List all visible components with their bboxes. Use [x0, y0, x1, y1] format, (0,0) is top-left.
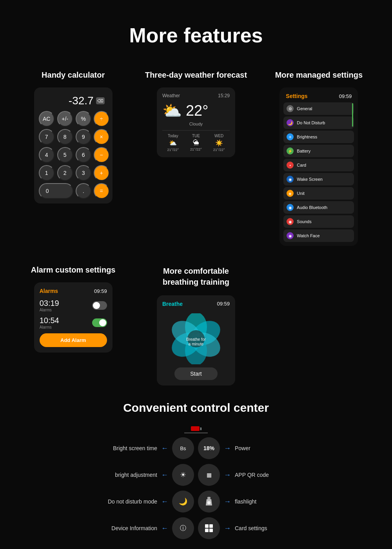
brightness-label: Brightness: [297, 135, 317, 139]
cc-label-device-info: Device Information: [87, 525, 157, 531]
cc-label-dnd: Do not disturb mode: [87, 498, 157, 505]
cc-btn-bs[interactable]: Bs: [172, 437, 194, 459]
settings-title: More managed settings: [275, 71, 363, 80]
dnd-label: Do Not Disturb: [297, 120, 325, 125]
calc-btn-7[interactable]: 7: [39, 129, 54, 145]
alarm-time-display-1: 03:19 Alarms: [40, 299, 59, 312]
calc-btn-plusminus[interactable]: +/-: [57, 111, 73, 127]
wake-label: Wake Screen: [297, 177, 323, 182]
calc-btn-8[interactable]: 8: [57, 129, 73, 145]
wake-icon: ◉: [287, 176, 294, 183]
settings-item-general[interactable]: ⚙ General: [283, 102, 354, 115]
calc-btn-9[interactable]: 9: [76, 129, 91, 145]
alarm-title: Alarm custom settings: [31, 265, 116, 274]
watchface-icon: ◉: [287, 232, 294, 239]
calculator-section: Handy calculator -32.7 ⌫ AC +/- % ÷ 7 8 …: [16, 71, 131, 246]
settings-item-card[interactable]: ▪ Card: [283, 159, 354, 171]
settings-item-watchface[interactable]: ◉ Watch Face: [283, 229, 354, 242]
weather-forecast: Today ⛅ 21°/22° TUE 🌦 21°/22° WED ☀️ 21°…: [162, 130, 230, 152]
calc-btn-equals[interactable]: =: [94, 183, 109, 199]
settings-item-bluetooth[interactable]: ◉ Audio Bluetooth: [283, 201, 354, 214]
calc-btn-6[interactable]: 6: [76, 147, 91, 163]
calc-btn-plus[interactable]: +: [94, 165, 109, 181]
cc-watch-top: [184, 426, 208, 433]
cc-arrow-left-2: ←: [161, 471, 168, 479]
calc-btn-2[interactable]: 2: [57, 165, 73, 181]
settings-header: Settings 09:59: [283, 91, 354, 102]
control-center-widget: Bright screen time ← Bs 18% → Power brig…: [16, 426, 376, 542]
calc-btn-1[interactable]: 1: [39, 165, 54, 181]
cc-btn-flashlight[interactable]: [198, 491, 220, 513]
alarm-toggle-1[interactable]: [92, 301, 107, 310]
add-alarm-button[interactable]: Add Alarm: [40, 333, 107, 347]
watchface-label: Watch Face: [297, 233, 319, 238]
weather-section: Three-day weather forecast Weather 15:29…: [138, 71, 253, 246]
calc-backspace-icon[interactable]: ⌫: [96, 97, 105, 104]
forecast-today: Today ⛅ 21°/22°: [162, 134, 184, 152]
bluetooth-label: Audio Bluetooth: [297, 205, 327, 210]
breathe-section: More comfortablebreathing training Breat…: [138, 265, 253, 385]
cc-btn-grid[interactable]: [198, 517, 220, 539]
cc-label-bright-adj: bright adjustment: [87, 472, 157, 478]
calculator-title: Handy calculator: [42, 71, 105, 80]
cc-arrow-right-2: →: [224, 471, 231, 479]
calc-btn-4[interactable]: 4: [39, 147, 54, 163]
cc-btn-moon[interactable]: 🌙: [172, 491, 194, 513]
weather-temp: 22°: [186, 102, 208, 119]
cc-battery-tip: [200, 427, 201, 430]
settings-item-dnd[interactable]: 🌙 Do Not Disturb: [283, 116, 354, 129]
settings-item-battery[interactable]: ⚡ Battery: [283, 145, 354, 157]
settings-item-brightness[interactable]: ✳ Brightness: [283, 131, 354, 143]
calc-btn-ac[interactable]: AC: [39, 111, 54, 127]
features-top-grid: Handy calculator -32.7 ⌫ AC +/- % ÷ 7 8 …: [0, 63, 392, 254]
calc-btn-divide[interactable]: ÷: [94, 111, 109, 127]
weather-icon: ⛅: [162, 102, 182, 120]
settings-item-sounds[interactable]: ◉ Sounds: [283, 215, 354, 228]
cc-label-flashlight: flashlight: [235, 498, 305, 505]
settings-scrollbar: [352, 103, 353, 127]
calc-btn-multiply[interactable]: ×: [94, 129, 109, 145]
cc-row-2: bright adjustment ← ☀ ▦ → APP QR code: [16, 464, 376, 486]
weather-time: 15:29: [218, 93, 230, 98]
calc-btn-percent[interactable]: %: [76, 111, 91, 127]
cc-arrow-left-1: ←: [161, 444, 168, 453]
forecast-tue-label: TUE: [192, 134, 200, 138]
brightness-icon: ✳: [287, 133, 294, 140]
cc-btn-brightness[interactable]: ☀: [172, 464, 194, 486]
cc-battery-display: [191, 426, 201, 431]
cc-arrow-left-3: ←: [161, 498, 168, 506]
bluetooth-icon: ◉: [287, 204, 294, 211]
alarm-label-2: Alarms: [40, 325, 59, 329]
sounds-icon: ◉: [287, 218, 294, 225]
unit-icon: ◈: [287, 190, 294, 197]
breathe-start-button[interactable]: Start: [174, 367, 218, 380]
forecast-tue-icon: 🌦: [193, 139, 199, 146]
cc-label-qr: APP QR code: [235, 472, 305, 478]
alarm-toggle-2[interactable]: [92, 318, 107, 327]
cc-arrow-right-4: →: [224, 524, 231, 533]
cc-btn-battery-pct[interactable]: 18%: [198, 437, 220, 459]
calc-buttons: AC +/- % ÷ 7 8 9 × 4 5 6 − 1 2 3 + 0 . =: [39, 111, 108, 199]
cc-row-4: Device Information ← ⓘ → Card settings: [16, 517, 376, 539]
settings-item-wake[interactable]: ◉ Wake Screen: [283, 173, 354, 185]
calc-btn-minus[interactable]: −: [94, 147, 109, 163]
settings-item-unit[interactable]: ◈ Unit: [283, 187, 354, 200]
cc-btn-info[interactable]: ⓘ: [172, 517, 194, 539]
weather-header: Weather 15:29: [162, 93, 230, 98]
alarm-header: Alarms 09:59: [40, 288, 107, 294]
card-icon: ▪: [287, 162, 294, 169]
cc-row-3: Do not disturb mode ← 🌙 → flashlight: [16, 491, 376, 513]
breathe-header: Breathe 09:59: [162, 301, 230, 307]
cc-divider-line: [184, 433, 208, 433]
svg-rect-9: [207, 497, 211, 499]
calc-btn-0[interactable]: 0: [39, 183, 73, 199]
calc-btn-5[interactable]: 5: [57, 147, 73, 163]
calc-btn-3[interactable]: 3: [76, 165, 91, 181]
battery-icon: ⚡: [287, 147, 294, 155]
calc-btn-dot[interactable]: .: [76, 183, 91, 199]
cc-btn-qr[interactable]: ▦: [198, 464, 220, 486]
weather-desc: Cloudy: [162, 122, 230, 126]
forecast-wed-temp: 21°/22°: [213, 148, 225, 152]
alarm-item-1: 03:19 Alarms: [40, 299, 107, 312]
weather-title: Three-day weather forecast: [145, 71, 247, 80]
